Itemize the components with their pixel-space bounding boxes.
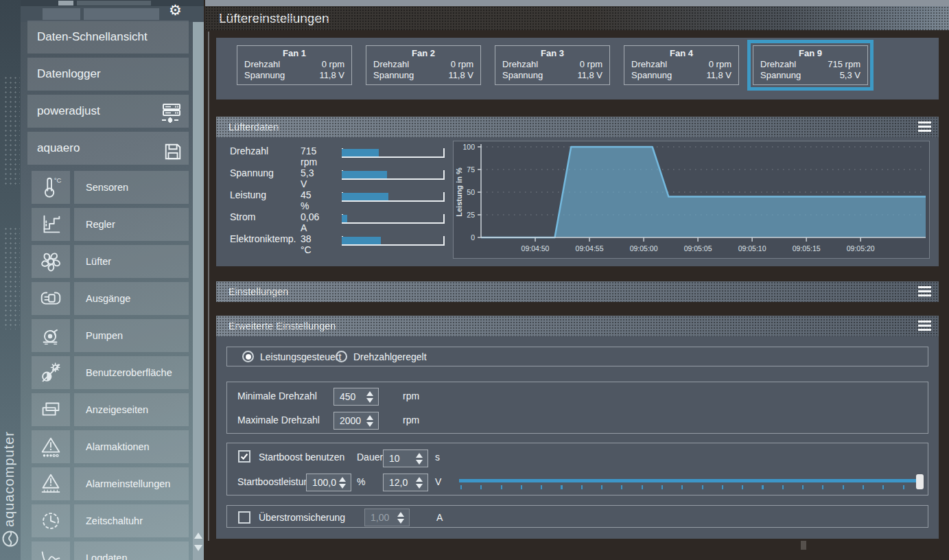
startboost-voltage-value[interactable]: 12,0 — [384, 477, 413, 488]
scroll-down-icon[interactable] — [194, 545, 202, 555]
gauge-bar — [342, 147, 445, 158]
menu-icon[interactable] — [918, 121, 931, 134]
advanced-settings-title: Erweiterte Einstellungen — [229, 320, 336, 331]
overcurrent-spinner[interactable]: 1,00 — [364, 509, 410, 526]
spin-up-icon — [416, 477, 423, 482]
spin-up-icon — [339, 477, 346, 482]
svg-text:100: 100 — [462, 143, 475, 151]
overcurrent-value[interactable]: 1,00 — [365, 512, 395, 523]
menu-icon[interactable] — [918, 320, 931, 333]
sidebar-item-poweradjust[interactable]: poweradjust — [27, 95, 189, 128]
fan-volt-value: 11,8 V — [577, 70, 602, 81]
spinner-arrows[interactable] — [364, 415, 378, 427]
duration-spinner[interactable]: 10 — [383, 450, 428, 467]
sidebar-item-daten-schnellansicht[interactable]: Daten-Schnellansicht — [27, 21, 189, 54]
sidebar-scrollbar[interactable] — [193, 22, 204, 560]
sidebar-item-pumpen[interactable]: Pumpen — [32, 319, 189, 352]
sidebar-item-alarmeinstellungen[interactable]: Alarmeinstellungen — [32, 467, 189, 500]
overcurrent-label: Überstromsicherung — [259, 512, 345, 523]
fan-rpm-label: Drehzahl — [502, 59, 538, 70]
sidebar-item-sensoren[interactable]: °C Sensoren — [32, 171, 189, 204]
spin-down-icon — [366, 398, 373, 403]
performance-chart: 025507510009:04:5009:04:5509:05:0009:05:… — [453, 141, 930, 259]
dots-decoration — [3, 75, 20, 185]
duration-unit: s — [435, 452, 440, 463]
fan-card-3[interactable]: Fan 3 Drehzahl0 rpm Spannung11,8 V — [495, 45, 610, 85]
sidebar-item-anzeigeseiten[interactable]: Anzeigeseiten — [32, 393, 189, 426]
menu-icon[interactable] — [918, 286, 931, 299]
startboost-checkbox-label: Startboost benutzen — [259, 452, 344, 463]
sidebar-item-aquaero[interactable]: aquaero — [27, 132, 189, 165]
min-rpm-unit: rpm — [403, 390, 419, 401]
spinner-arrows[interactable] — [336, 477, 351, 489]
sidebar-item-label: Benutzeroberfläche — [86, 367, 172, 378]
startboost-power-spinner[interactable]: 100,0 — [306, 474, 351, 491]
pages-icon — [32, 393, 70, 426]
sidebar-item-luefter[interactable]: Lüfter — [32, 245, 189, 278]
sidebar-item-label: Alarmeinstellungen — [86, 478, 170, 489]
sidebar-item-benutzeroberflaeche[interactable]: Benutzeroberfläche — [32, 356, 189, 389]
sidebar-item-logdaten[interactable]: Logdaten — [32, 541, 189, 560]
brand-text: aquacomputer — [1, 431, 17, 527]
fan-data-header[interactable]: Lüfterdaten — [216, 117, 939, 137]
svg-text:09:05:20: 09:05:20 — [847, 244, 875, 253]
duration-value[interactable]: 10 — [384, 453, 413, 464]
svg-text:50: 50 — [467, 188, 475, 196]
max-rpm-spinner[interactable]: 2000 — [333, 412, 379, 430]
sidebar-item-label: poweradjust — [37, 104, 100, 118]
sidebar-item-label: Ausgänge — [86, 293, 130, 304]
fan-rpm-label: Drehzahl — [760, 59, 796, 70]
startboost-voltage-spinner[interactable]: 12,0 — [383, 474, 428, 491]
sidebar-item-regler[interactable]: Regler — [32, 208, 189, 241]
radio-leistungsgesteuert[interactable] — [242, 351, 254, 362]
data-value: 45 % — [301, 189, 312, 211]
startboost-voltage-slider[interactable] — [459, 474, 924, 490]
sidebar-item-alarmaktionen[interactable]: Alarmaktionen — [32, 430, 189, 463]
spinner-arrows[interactable] — [413, 453, 427, 465]
fan-card-4[interactable]: Fan 4 Drehzahl0 rpm Spannung11,8 V — [624, 45, 739, 85]
overcurrent-checkbox[interactable] — [238, 511, 250, 524]
startboost-checkbox[interactable] — [238, 450, 250, 463]
duration-label: Dauer — [357, 452, 383, 463]
fan-card-title: Fan 9 — [760, 48, 860, 58]
spinner-arrows[interactable] — [395, 512, 409, 524]
spinner-arrows[interactable] — [364, 391, 378, 403]
data-value: 5,3 V — [301, 167, 314, 189]
slider-track[interactable] — [459, 479, 924, 482]
sidebar-item-datenlogger[interactable]: Datenlogger — [27, 58, 189, 91]
sidebar-item-label: Pumpen — [86, 330, 123, 341]
settings-section: Einstellungen — [216, 281, 939, 302]
slider-thumb[interactable] — [916, 474, 924, 489]
spin-down-icon — [416, 484, 423, 489]
slider-ticks — [460, 485, 922, 489]
spin-down-icon — [397, 519, 404, 524]
toolbar-field[interactable] — [84, 8, 159, 20]
fan-volt-label: Spannung — [502, 70, 543, 81]
fan-card-9-selected[interactable]: Fan 9 Drehzahl715 rpm Spannung5,3 V — [753, 45, 868, 85]
min-rpm-value[interactable]: 450 — [334, 391, 364, 402]
settings-header[interactable]: Einstellungen — [216, 281, 939, 302]
toolbar-field[interactable] — [43, 8, 80, 20]
advanced-settings-header[interactable]: Erweiterte Einstellungen — [216, 316, 939, 336]
gear-icon[interactable]: ⚙ — [169, 2, 182, 19]
fan-volt-value: 11,8 V — [448, 70, 473, 81]
sidebar-item-zeitschaltuhr[interactable]: Zeitschaltuhr — [32, 504, 189, 537]
sidebar-item-label: Sensoren — [86, 182, 128, 193]
fan-volt-value: 5,3 V — [840, 70, 860, 81]
dots-decoration — [3, 226, 20, 329]
min-rpm-spinner[interactable]: 450 — [333, 388, 379, 406]
startboost-power-value[interactable]: 100,0 — [307, 477, 336, 488]
horizontal-scrollbar-fragment[interactable] — [801, 541, 806, 550]
sidebar-item-label: Regler — [86, 219, 115, 230]
fan-card-2[interactable]: Fan 2 Drehzahl0 rpm Spannung11,8 V — [366, 45, 481, 85]
fan-rpm-value: 0 rpm — [580, 59, 602, 70]
fan-card-title: Fan 1 — [244, 48, 344, 58]
alarm-actions-icon — [32, 430, 70, 463]
scroll-up-icon[interactable] — [194, 528, 202, 539]
radio-drehzahlgeregelt[interactable] — [336, 351, 347, 362]
fan-card-1[interactable]: Fan 1 Drehzahl0 rpm Spannung11,8 V — [237, 45, 352, 85]
spinner-arrows[interactable] — [413, 477, 427, 489]
svg-text:Leistung in %: Leistung in % — [455, 167, 463, 217]
max-rpm-value[interactable]: 2000 — [334, 415, 364, 426]
sidebar-item-ausgaenge[interactable]: Ausgänge — [32, 282, 189, 315]
